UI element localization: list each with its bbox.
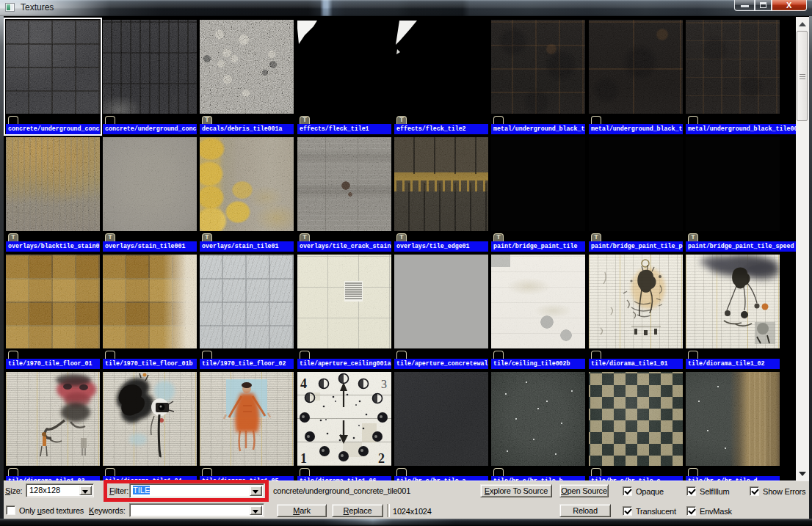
svg-text:4: 4	[300, 376, 307, 391]
svg-text:3: 3	[381, 378, 387, 390]
svg-text:2: 2	[378, 451, 385, 466]
svg-text:1: 1	[300, 451, 307, 466]
